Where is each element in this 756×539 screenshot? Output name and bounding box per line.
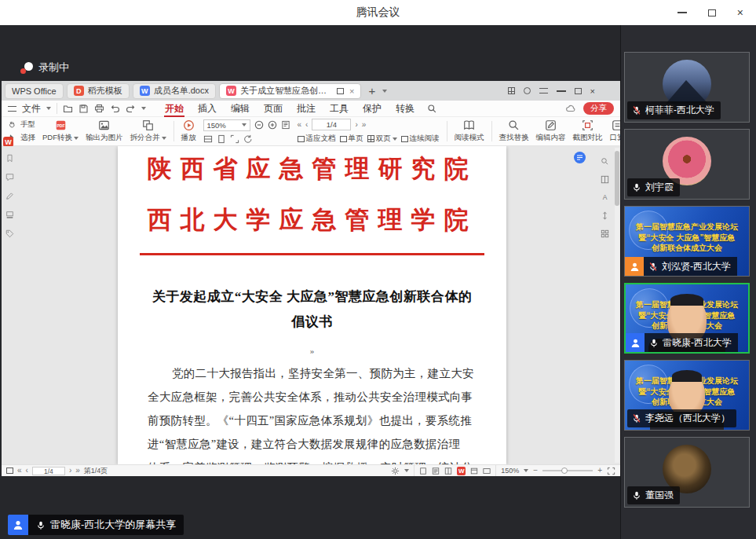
ribbon-tab-tools[interactable]: 工具 — [323, 101, 356, 117]
next-page-button[interactable]: › — [355, 121, 357, 129]
zoom-in-icon[interactable] — [268, 120, 277, 130]
status-prev-page-button[interactable]: ‹ — [26, 467, 28, 475]
tab-wps-home[interactable]: W WPS Office — [5, 83, 64, 99]
page-setup-icon[interactable] — [281, 120, 290, 130]
ribbon-tab-home[interactable]: 开始 — [158, 101, 191, 117]
cloud-sync-icon[interactable] — [565, 104, 576, 113]
maximize-icon[interactable] — [708, 9, 716, 16]
ribbon-tab-comment[interactable]: 批注 — [290, 101, 323, 117]
split-merge-button[interactable]: 拆分合并 — [130, 119, 166, 143]
single-page-button[interactable]: 单页 — [340, 134, 363, 144]
print-icon[interactable] — [94, 104, 104, 114]
double-page-button[interactable]: 双页 — [367, 134, 397, 144]
minimize-icon[interactable] — [677, 12, 687, 13]
fit-doc-button[interactable]: 适应文档 — [298, 134, 336, 144]
corner-crop-icon[interactable] — [230, 134, 239, 144]
scrollbar-thumb[interactable] — [615, 151, 619, 206]
font-size-icon[interactable]: A — [601, 193, 609, 202]
wps-maximize-icon[interactable] — [575, 88, 582, 94]
status-zoom-value[interactable]: 150% — [501, 467, 519, 475]
grid-view-icon[interactable] — [601, 229, 609, 238]
fit-page-icon[interactable] — [217, 134, 226, 144]
pdf-convert-button[interactable]: PDF PDF转换 — [42, 119, 79, 143]
status-last-page-button[interactable]: » — [75, 467, 80, 475]
zoom-slider-thumb[interactable] — [561, 468, 568, 474]
last-page-button[interactable]: » — [362, 121, 367, 129]
apps-grid-icon[interactable] — [508, 87, 515, 94]
first-page-button[interactable]: « — [298, 121, 302, 129]
ribbon-tab-page[interactable]: 页面 — [257, 101, 290, 117]
close-tab-icon[interactable]: × — [348, 86, 354, 96]
zoom-select[interactable]: 150% — [203, 119, 250, 131]
zoom-caret-icon[interactable] — [524, 469, 528, 472]
search-icon[interactable] — [427, 104, 437, 114]
view-columns-icon[interactable] — [444, 467, 452, 475]
export-image-button[interactable]: 输出为图片 — [86, 119, 123, 143]
recording-indicator[interactable]: 录制中 — [20, 60, 69, 75]
ribbon-tab-edit[interactable]: 编辑 — [224, 101, 257, 117]
view-outline-icon[interactable] — [432, 467, 440, 475]
find-replace-button[interactable]: 查找替换 — [499, 119, 529, 143]
bookmark-icon[interactable] — [5, 154, 14, 163]
new-tab-button[interactable]: + — [364, 84, 379, 97]
participant-tile-leixiaokang[interactable]: 第一届智慧应急产业发展论坛 暨“大安全 大应急”智慧应急 创新联合体成立大会 雷… — [624, 283, 750, 354]
wps-minimize-icon[interactable] — [557, 90, 566, 92]
outline-fab-button[interactable] — [574, 152, 586, 163]
tag-icon[interactable] — [5, 229, 14, 238]
ribbon-tab-convert[interactable]: 转换 — [389, 101, 422, 117]
close-icon[interactable]: × — [737, 9, 743, 16]
scroll-direction-icon[interactable] — [601, 211, 609, 220]
file-caret-icon[interactable] — [46, 107, 51, 110]
zoom-slider[interactable] — [542, 470, 593, 471]
pin-tab-icon[interactable] — [337, 88, 344, 94]
participant-tile-dongguoqiang[interactable]: 董国强 — [624, 437, 750, 508]
gear-icon[interactable] — [391, 467, 400, 475]
fullscreen-icon[interactable] — [607, 467, 615, 475]
highlighter-icon[interactable] — [5, 211, 14, 219]
redo-icon[interactable] — [126, 104, 136, 114]
gear-caret-icon[interactable] — [404, 469, 409, 472]
theme-icon[interactable] — [524, 87, 531, 94]
view-fullwidth-icon[interactable] — [483, 467, 491, 475]
tab-member-list-doc[interactable]: W 成员名单.docx — [133, 83, 216, 99]
new-doc-icon[interactable] — [63, 104, 73, 114]
view-mode-icon[interactable] — [6, 468, 13, 474]
file-menu[interactable]: 文件 — [22, 102, 41, 116]
menu-icon[interactable] — [539, 88, 548, 94]
participant-tile-liuhongxian[interactable]: 第一届智慧应急产业发展论坛 暨“大安全 大应急”智慧应急 创新联合体成立大会 刘… — [624, 206, 750, 277]
status-first-page-button[interactable]: « — [17, 467, 22, 475]
pen-icon[interactable] — [5, 192, 14, 200]
tab-list-caret-icon[interactable] — [382, 90, 387, 93]
share-button[interactable]: 分享 — [583, 102, 614, 115]
hamburger-icon[interactable] — [8, 106, 16, 112]
zoom-plus-button[interactable]: + — [597, 467, 602, 475]
tab-docer-templates[interactable]: D 稻壳模板 — [67, 83, 130, 99]
participant-tile-kefeifei[interactable]: 柯菲菲-西北大学 — [624, 52, 750, 123]
fit-width-icon[interactable] — [203, 134, 213, 144]
prev-page-button[interactable]: ‹ — [305, 121, 308, 129]
hand-tool-button[interactable]: 手型 — [8, 119, 35, 130]
zoom-out-icon[interactable] — [254, 120, 264, 130]
reading-mode-button[interactable]: 阅读模式 — [455, 119, 484, 143]
save-icon[interactable] — [79, 104, 89, 114]
participant-tile-liuyuxia[interactable]: 刘宇霞 — [624, 129, 750, 200]
view-normal-icon[interactable] — [419, 467, 427, 475]
layout-icon[interactable] — [601, 175, 609, 184]
zoom-search-icon[interactable] — [601, 157, 609, 166]
participant-tile-liyaoyuan[interactable]: 第一届智慧应急产业发展论坛 暨“大安全 大应急”智慧应急 创新联合体成立大会 李… — [624, 360, 750, 431]
zoom-minus-button[interactable]: − — [533, 467, 538, 475]
history-caret-icon[interactable] — [141, 107, 146, 110]
page-number-input[interactable]: 1/4 — [312, 119, 351, 130]
wps-mode-badge[interactable]: W — [457, 467, 466, 475]
continuous-read-button[interactable]: 连续阅读 — [401, 134, 440, 144]
ribbon-tab-protect[interactable]: 保护 — [356, 101, 389, 117]
view-web-icon[interactable] — [470, 467, 478, 475]
rotate-icon[interactable] — [243, 134, 253, 144]
screenshot-compare-button[interactable]: 截图对比 — [573, 119, 603, 143]
edit-content-button[interactable]: 编辑内容 — [536, 119, 566, 143]
tab-active-document[interactable]: W 关于成立智慧应急创新联合体... × — [219, 83, 361, 99]
play-button[interactable]: 播放 — [181, 119, 196, 143]
status-next-page-button[interactable]: › — [69, 467, 71, 475]
undo-icon[interactable] — [110, 104, 120, 114]
comment-icon[interactable] — [5, 173, 14, 182]
